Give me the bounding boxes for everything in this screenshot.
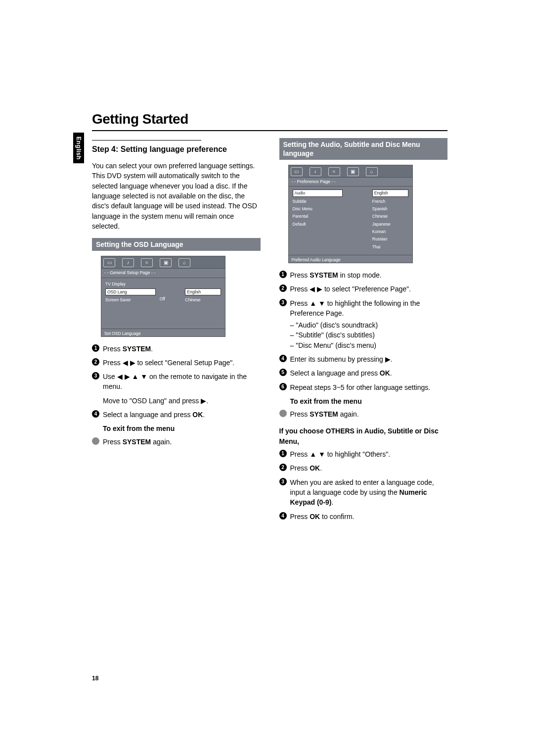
step-item: 1 Press ▲ ▼ to highlight "Others". xyxy=(279,449,448,459)
lock-icon: ⌂ xyxy=(366,167,378,176)
step-text: Press OK to confirm. xyxy=(290,513,355,520)
language-tab: English xyxy=(73,133,84,163)
step-item: 5 Select a language and press OK. xyxy=(279,368,448,378)
speaker-icon: ♪ xyxy=(310,167,321,176)
step-number-icon: 6 xyxy=(279,383,287,390)
osd-option: Russian xyxy=(372,236,408,242)
step-item: 2 Press ◀ ▶ to select "General Setup Pag… xyxy=(92,358,261,368)
osd-menu-item: Screen Saver xyxy=(105,297,156,303)
step-text: Use ◀ ▶ ▲ ▼ on the remote to navigate in… xyxy=(103,373,247,390)
sub-list: "Audio" (disc's soundtrack) "Subtitle" (… xyxy=(290,320,448,350)
step-text: When you are asked to enter a language c… xyxy=(290,478,434,507)
others-steps-list: 1 Press ▲ ▼ to highlight "Others". 2 Pre… xyxy=(279,449,448,521)
osd-preference-page-screenshot: ▭ ♪ ≈ ▣ ⌂ - - Preference Page - - Audio … xyxy=(288,165,413,263)
step-text-continued: Move to "OSD Lang" and press ▶. xyxy=(103,396,261,406)
exit-list: Press SYSTEM again. xyxy=(92,437,261,447)
step-text: Press SYSTEM again. xyxy=(290,410,359,418)
step-text: Press SYSTEM. xyxy=(103,345,153,353)
intro-paragraph: You can select your own preferred langua… xyxy=(92,161,261,231)
sub-item: "Subtitle" (disc's subtitles) xyxy=(290,330,448,340)
step-item: 3 Press ▲ ▼ to highlight the following i… xyxy=(279,298,448,350)
tv-icon: ▭ xyxy=(103,258,115,267)
osd-menu-item-selected: Audio xyxy=(293,189,343,196)
step-number-icon: 1 xyxy=(279,450,287,457)
step-heading: Step 4: Setting language preference xyxy=(92,143,261,155)
two-column-layout: Step 4: Setting language preference You … xyxy=(92,138,447,525)
right-column: Setting the Audio, Subtitle and Disc Men… xyxy=(279,138,448,525)
bullet-item: Press SYSTEM again. xyxy=(92,437,261,447)
osd-menu-item: Subtitle xyxy=(293,198,343,204)
dolby-icon: ≈ xyxy=(328,167,340,176)
left-column: Step 4: Setting language preference You … xyxy=(92,138,261,525)
osd-steps-list: 1 Press SYSTEM. 2 Press ◀ ▶ to select "G… xyxy=(92,344,261,420)
manual-page: English Getting Started Step 4: Setting … xyxy=(0,0,534,756)
bullet-icon xyxy=(92,437,99,445)
osd-banner: - - General Setup Page - - xyxy=(101,268,225,278)
osd-option: Chinese xyxy=(185,297,221,303)
step-number-icon: 1 xyxy=(279,271,287,278)
speaker-icon: ♪ xyxy=(122,258,134,267)
section-bar-audio-subtitle: Setting the Audio, Subtitle and Disc Men… xyxy=(279,138,448,160)
bullet-item: Press SYSTEM again. xyxy=(279,409,448,419)
page-title: Getting Started xyxy=(92,111,447,127)
step-text: Press SYSTEM in stop mode. xyxy=(290,271,382,279)
osd-option-selected: English xyxy=(372,189,408,196)
step-text: Repeat steps 3~5 for other language sett… xyxy=(290,383,431,391)
step-text: Press ◀ ▶ to select "Preference Page". xyxy=(290,285,411,293)
step-text: Press SYSTEM again. xyxy=(103,438,172,446)
step-item: 1 Press SYSTEM. xyxy=(92,344,261,354)
step-text: Enter its submenu by pressing ▶. xyxy=(290,355,393,363)
step-item: 4 Select a language and press OK. xyxy=(92,410,261,420)
osd-menu-item: TV Display xyxy=(105,281,156,287)
video-icon: ▣ xyxy=(347,167,359,176)
step-item: 1 Press SYSTEM in stop mode. xyxy=(279,270,448,280)
step-text: Select a language and press OK. xyxy=(103,411,205,419)
osd-option: Chinese xyxy=(372,213,408,219)
step-item: 2 Press OK. xyxy=(279,463,448,473)
step-item: 3 When you are asked to enter a language… xyxy=(279,477,448,508)
osd-general-setup-screenshot: ▭ ♪ ≈ ▣ ⌂ - - General Setup Page - - TV … xyxy=(101,256,225,336)
osd-body: Audio Subtitle Disc Menu Parental Defaul… xyxy=(289,187,412,255)
osd-option-selected: English xyxy=(185,288,221,295)
exit-heading: To exit from the menu xyxy=(290,396,448,406)
step-number-icon: 5 xyxy=(279,369,287,376)
step-item: 4 Press OK to confirm. xyxy=(279,512,448,521)
lock-icon: ⌂ xyxy=(178,258,190,267)
osd-menu-item: Parental xyxy=(293,213,343,219)
pref-steps-list: 1 Press SYSTEM in stop mode. 2 Press ◀ ▶… xyxy=(279,270,448,392)
osd-option: Japanese xyxy=(372,221,408,227)
step-item: 2 Press ◀ ▶ to select "Preference Page". xyxy=(279,284,448,294)
step-text: Press ▲ ▼ to highlight the following in … xyxy=(290,299,420,317)
step-number-icon: 3 xyxy=(279,478,287,485)
osd-body: TV Display OSD Lang Screen Saver Off Eng… xyxy=(101,278,225,329)
exit-list: Press SYSTEM again. xyxy=(279,409,448,419)
step-item: 4 Enter its submenu by pressing ▶. xyxy=(279,354,448,364)
step-number-icon: 3 xyxy=(279,299,287,306)
step-text: Select a language and press OK. xyxy=(290,369,392,377)
osd-footer: Preferred Audio Language xyxy=(289,255,412,263)
osd-option: Korean xyxy=(372,229,408,235)
tv-icon: ▭ xyxy=(291,167,303,176)
step-number-icon: 2 xyxy=(279,464,287,471)
step-number-icon: 4 xyxy=(92,410,99,418)
osd-footer: Set OSD Language xyxy=(101,329,225,336)
dolby-icon: ≈ xyxy=(141,258,153,267)
page-number: 18 xyxy=(92,675,98,682)
step-number-icon: 4 xyxy=(279,355,287,362)
osd-value: Off xyxy=(160,296,181,302)
osd-menu-item: Disc Menu xyxy=(293,206,343,212)
step-item: 3 Use ◀ ▶ ▲ ▼ on the remote to navigate … xyxy=(92,372,261,406)
osd-menu-item: Default xyxy=(293,221,343,227)
step-number-icon: 3 xyxy=(92,372,99,379)
others-heading: If you choose OTHERS in Audio, Subtitle … xyxy=(279,426,448,446)
video-icon: ▣ xyxy=(160,258,172,267)
osd-tab-bar: ▭ ♪ ≈ ▣ ⌂ xyxy=(101,256,225,268)
sub-item: "Disc Menu" (disc's menu) xyxy=(290,340,448,350)
short-rule-left xyxy=(92,140,201,141)
step-item: 6 Repeat steps 3~5 for other language se… xyxy=(279,382,448,392)
step-number-icon: 1 xyxy=(92,344,99,352)
step-number-icon: 4 xyxy=(279,512,287,520)
bullet-icon xyxy=(279,410,287,417)
sub-item: "Audio" (disc's soundtrack) xyxy=(290,320,448,330)
title-rule xyxy=(92,130,447,131)
